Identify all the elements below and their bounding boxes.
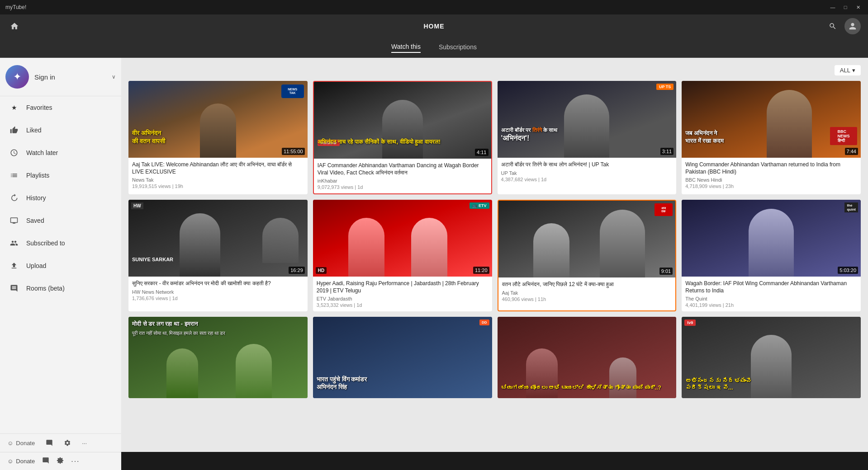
playlists-icon bbox=[9, 170, 19, 180]
video-thumbnail: ಬಿಡುಗಡೆಯ ಮೊದಲು ಅಭಿ ಬಾಯಲ್ಲಿ ಹೇಳಿಸಿತ್ತು ಗೊ… bbox=[498, 317, 677, 398]
sidebar-item-label: Subscribed to bbox=[26, 240, 65, 247]
video-thumbnail: BBCNEWSहिन्दी जब अभिनंदन नेभारत में रखा … bbox=[682, 81, 861, 158]
sidebar-item-upload[interactable]: Upload bbox=[0, 254, 121, 277]
video-duration: 9:01 bbox=[659, 268, 673, 275]
donate-footer-button[interactable]: ☺ Donate bbox=[7, 458, 35, 465]
sidebar-item-label: Watch later bbox=[26, 149, 58, 156]
video-meta: 1,736,676 views | 1d bbox=[132, 296, 304, 301]
settings-button[interactable] bbox=[64, 439, 71, 446]
video-meta: 460,906 views | 11h bbox=[502, 296, 672, 302]
content-area: ALL ▾ NEWSTAK वीर अभिनंदनकी वतन वापसी 11… bbox=[121, 58, 868, 452]
subscribed-icon bbox=[9, 238, 19, 248]
chat-button[interactable] bbox=[46, 439, 53, 446]
sidebar-item-label: Saved bbox=[26, 217, 44, 224]
video-card[interactable]: inkhabar अभिनंदन नाच रहे पाक सैनिकों के … bbox=[313, 81, 492, 194]
video-card[interactable]: HW SUNIYE SARKAR 16:29 सुनिए सरकार - वीर… bbox=[128, 200, 308, 311]
donate-button[interactable]: ☺ Donate bbox=[7, 440, 35, 446]
maximize-button[interactable]: □ bbox=[841, 3, 850, 12]
thumb-overlay-text: जब अभिनंदन नेभारत में रखा कदम bbox=[685, 130, 825, 145]
more-options-button[interactable]: ··· bbox=[71, 457, 80, 465]
signin-header[interactable]: ✦ Sign in ∨ bbox=[0, 58, 121, 96]
video-card[interactable]: भारत पहुंचे विंग कमांडरअभिनंदन सिंह DD bbox=[313, 317, 492, 398]
upload-icon bbox=[9, 261, 19, 271]
aajtak-badge: अजतक bbox=[655, 203, 673, 216]
donate-label: Donate bbox=[16, 458, 35, 465]
sidebar-item-subscribed[interactable]: Subscribed to bbox=[0, 232, 121, 254]
bottom-bar: ☺ Donate ··· bbox=[0, 452, 121, 470]
sidebar-item-history[interactable]: History bbox=[0, 187, 121, 209]
video-thumbnail: NEWSTAK वीर अभिनंदनकी वतन वापसी 11:55:00 bbox=[128, 81, 308, 158]
video-title: Wagah Border: IAF Pilot Wing Commander A… bbox=[685, 280, 857, 294]
sidebar-item-label: Upload bbox=[26, 262, 46, 269]
video-thumbnail: भारत पहुंचे विंग कमांडरअभिनंदन सिंह DD bbox=[313, 317, 492, 398]
sidebar-item-label: Liked bbox=[26, 127, 41, 134]
video-card[interactable]: UP TS अटारी बॉर्डर पर तिरंगे के साथ'अभिन… bbox=[498, 81, 677, 194]
home-button[interactable] bbox=[7, 19, 22, 33]
news-badge: NEWSTAK bbox=[281, 85, 304, 98]
video-card[interactable]: అభినందనకు నిర్భయంచేపరీక్షలు ఇవే... tv9 bbox=[682, 317, 861, 398]
saved-icon bbox=[9, 216, 19, 226]
rooms-icon bbox=[9, 283, 19, 293]
video-thumbnail: मोदी से डर लग रहा था - इमरान पूरी रात नह… bbox=[128, 317, 308, 398]
window-controls: — □ ✕ bbox=[828, 3, 863, 12]
video-duration: 11:20 bbox=[473, 267, 489, 274]
search-button[interactable] bbox=[825, 18, 841, 34]
video-info: सुनिए सरकार - वीर कमांडर अभिनंदन पर मोदी… bbox=[128, 277, 308, 305]
sidebar-item-favorites[interactable]: ★ Favorites bbox=[0, 96, 121, 119]
uptak-badge: UP TS bbox=[656, 84, 674, 90]
video-card[interactable]: ಬಿಡುಗಡೆಯ ಮೊದಲು ಅಭಿ ಬಾಯಲ್ಲಿ ಹೇಳಿಸಿತ್ತು ಗೊ… bbox=[498, 317, 677, 398]
video-thumbnail: अजतक 9:01 bbox=[498, 201, 676, 277]
video-duration: 5:03:20 bbox=[838, 267, 858, 274]
etv-badge: 📺 ETV bbox=[470, 202, 489, 209]
all-filter-button[interactable]: ALL ▾ bbox=[835, 65, 861, 75]
more-button[interactable]: ··· bbox=[82, 440, 87, 446]
video-card[interactable]: thequint 5:03:20 Wagah Border: IAF Pilot… bbox=[682, 200, 861, 311]
top-navigation: HOME bbox=[0, 14, 868, 38]
video-title: Aaj Tak LIVE: Welcome Abhinandan लौट आए … bbox=[132, 161, 304, 175]
history-icon bbox=[9, 193, 19, 203]
sidebar-nav: ★ Favorites Liked Watch later Playlists bbox=[0, 96, 121, 433]
video-duration: 7:44 bbox=[845, 148, 858, 155]
sidebar-item-label: Rooms (beta) bbox=[26, 285, 65, 292]
favorites-icon: ★ bbox=[9, 103, 19, 113]
close-button[interactable]: ✕ bbox=[854, 3, 863, 12]
video-grid: NEWSTAK वीर अभिनंदनकी वतन वापसी 11:55:00… bbox=[128, 81, 861, 398]
sidebar-item-watch-later[interactable]: Watch later bbox=[0, 141, 121, 164]
sidebar-item-saved[interactable]: Saved bbox=[0, 209, 121, 232]
thumb-overlay-text: वीर अभिनंदनकी वतन वापसी bbox=[132, 129, 304, 145]
main-layout: ✦ Sign in ∨ ★ Favorites Liked Watch late… bbox=[0, 58, 868, 452]
chevron-down-icon: ▾ bbox=[852, 67, 855, 74]
video-duration: 4:11 bbox=[475, 149, 488, 156]
video-title: Hyper Aadi, Raising Raju Performance | J… bbox=[317, 280, 489, 294]
watch-later-icon bbox=[9, 148, 19, 158]
video-card[interactable]: BBCNEWSहिन्दी जब अभिनंदन नेभारत में रखा … bbox=[682, 81, 861, 194]
tab-watch-this[interactable]: Watch this bbox=[391, 43, 421, 53]
sidebar-item-playlists[interactable]: Playlists bbox=[0, 164, 121, 187]
avatar-symbol: ✦ bbox=[13, 71, 21, 83]
settings-icon-button[interactable] bbox=[57, 457, 64, 466]
video-card[interactable]: 📺 ETV HD 11:20 Hyper Aadi, Raising Raju … bbox=[313, 200, 492, 311]
minimize-button[interactable]: — bbox=[828, 3, 837, 12]
smile-icon: ☺ bbox=[7, 458, 13, 465]
tab-subscriptions[interactable]: Subscriptions bbox=[439, 43, 477, 52]
video-meta: 19,919,515 views | 19h bbox=[132, 183, 304, 189]
hd-badge: HD bbox=[316, 267, 327, 274]
chat-icon-button[interactable] bbox=[42, 457, 49, 466]
video-card[interactable]: NEWSTAK वीर अभिनंदनकी वतन वापसी 11:55:00… bbox=[128, 81, 308, 194]
sidebar-item-label: Playlists bbox=[26, 172, 49, 179]
liked-icon bbox=[9, 125, 19, 135]
video-title: IAF Commander Abhinandan Varthaman Danci… bbox=[318, 162, 488, 176]
video-info: IAF Commander Abhinandan Varthaman Danci… bbox=[314, 159, 491, 193]
video-channel: Aaj Tak bbox=[502, 290, 672, 296]
sidebar-item-label: History bbox=[26, 194, 46, 202]
sidebar-item-liked[interactable]: Liked bbox=[0, 119, 121, 141]
profile-button[interactable] bbox=[844, 18, 861, 34]
video-card[interactable]: अजतक 9:01 वतन लौटे अभिनंदन, जानिए पिछले … bbox=[498, 200, 677, 311]
video-channel: News Tak bbox=[132, 177, 304, 183]
video-thumbnail: inkhabar अभिनंदन नाच रहे पाक सैनिकों के … bbox=[314, 82, 491, 159]
content-header: ALL ▾ bbox=[128, 65, 861, 75]
video-title: वतन लौटे अभिनंदन, जानिए पिछले 12 घंटे मे… bbox=[502, 281, 672, 288]
video-card[interactable]: मोदी से डर लग रहा था - इमरान पूरी रात नह… bbox=[128, 317, 308, 398]
video-meta: 4,401,199 views | 21h bbox=[685, 302, 857, 308]
sidebar-item-rooms[interactable]: Rooms (beta) bbox=[0, 277, 121, 300]
